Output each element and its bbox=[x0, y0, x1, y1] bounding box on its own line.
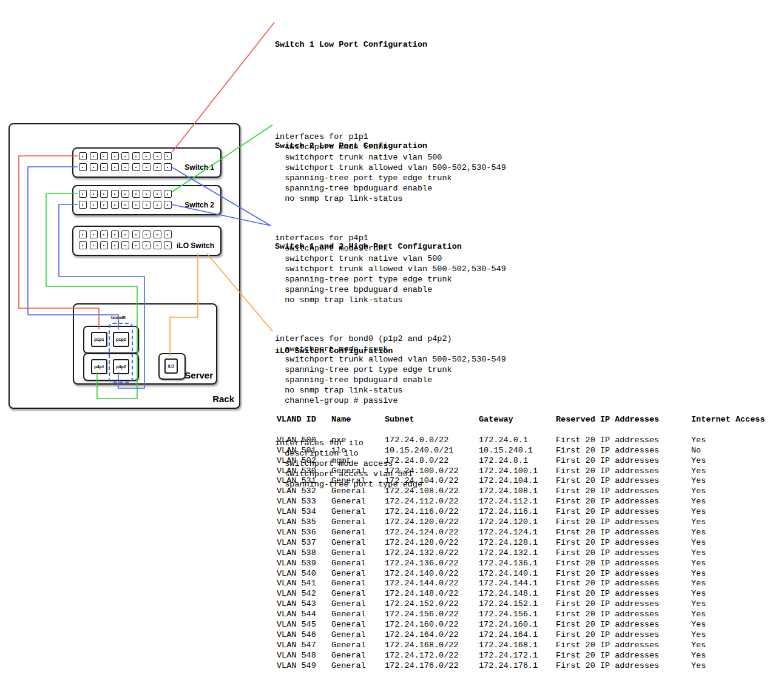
vlan-name: General bbox=[331, 630, 385, 641]
vlan-gateway: 172.24.112.1 bbox=[479, 497, 556, 507]
switch-1-label: Switch 1 bbox=[184, 163, 214, 172]
vlan-row: VLAN 530 General 172.24.100.0/22 172.24.… bbox=[277, 466, 770, 477]
vlan-subnet: 172.24.140.0/22 bbox=[385, 569, 479, 579]
switch-port bbox=[132, 190, 140, 198]
config-title: iLO Switch Configuration bbox=[275, 346, 422, 356]
vlan-id: VLAN 537 bbox=[277, 538, 331, 548]
vlan-gateway: 172.24.164.1 bbox=[479, 630, 556, 641]
vlan-row: VLAN 541 General 172.24.144.0/22 172.24.… bbox=[277, 579, 770, 589]
vlan-reserved-ips: First 20 IP addresses bbox=[556, 548, 691, 559]
switch-port bbox=[100, 190, 108, 198]
vlan-id: VLAN 535 bbox=[277, 517, 331, 528]
vlan-reserved-ips: First 20 IP addresses bbox=[556, 661, 691, 671]
vlan-reserved-ips: First 20 IP addresses bbox=[556, 579, 691, 589]
vlan-gateway: 172.24.168.1 bbox=[479, 641, 556, 651]
vlan-reserved-ips: First 20 IP addresses bbox=[556, 620, 691, 630]
vlan-subnet: 172.24.124.0/22 bbox=[385, 528, 479, 538]
vlan-gateway: 172.24.152.1 bbox=[479, 599, 556, 610]
switch-port bbox=[111, 152, 119, 160]
vlan-gateway: 172.24.116.1 bbox=[479, 507, 556, 517]
vlan-internet-access: Yes bbox=[691, 630, 770, 641]
switch-port bbox=[100, 152, 108, 160]
vlan-internet-access: Yes bbox=[691, 579, 770, 589]
vlan-row: VLAN 543 General 172.24.152.0/22 172.24.… bbox=[277, 599, 770, 610]
switch-port bbox=[79, 190, 87, 198]
switch-port bbox=[79, 241, 87, 249]
vlan-name: General bbox=[331, 497, 385, 507]
vlan-name: General bbox=[331, 559, 385, 569]
vlan-name: General bbox=[331, 610, 385, 620]
switch-port bbox=[111, 231, 119, 238]
vlan-subnet: 172.24.116.0/22 bbox=[385, 507, 479, 517]
vlan-gateway: 172.24.120.1 bbox=[479, 517, 556, 528]
vlan-internet-access: Yes bbox=[691, 497, 770, 507]
vlan-table-header: VLAND ID Name Subnet Gateway Reserved IP… bbox=[277, 415, 770, 425]
vlan-reserved-ips: First 20 IP addresses bbox=[556, 436, 691, 446]
vlan-id: VLAN 541 bbox=[277, 579, 331, 589]
vlan-gateway: 172.24.140.1 bbox=[479, 569, 556, 579]
vlan-row: VLAN 538 General 172.24.132.0/22 172.24.… bbox=[277, 548, 770, 559]
vlan-internet-access: Yes bbox=[691, 620, 770, 630]
vlan-id: VLAN 540 bbox=[277, 569, 331, 579]
vlan-gateway: 172.24.100.1 bbox=[479, 466, 556, 477]
vlan-reserved-ips: First 20 IP addresses bbox=[556, 497, 691, 507]
vlan-row: VLAN 542 General 172.24.148.0/22 172.24.… bbox=[277, 589, 770, 599]
switch-port bbox=[100, 201, 108, 209]
switch-port bbox=[90, 163, 98, 171]
switch-port bbox=[79, 152, 87, 160]
rack-label: Rack bbox=[212, 394, 234, 404]
bond0-label: bond0 bbox=[111, 315, 126, 320]
switch-port bbox=[143, 241, 150, 249]
col-subnet: Subnet bbox=[385, 415, 479, 425]
vlan-row: VLAN 536 General 172.24.124.0/22 172.24.… bbox=[277, 528, 770, 538]
vlan-name: General bbox=[331, 599, 385, 610]
vlan-reserved-ips: First 20 IP addresses bbox=[556, 651, 691, 661]
vlan-gateway: 172.24.172.1 bbox=[479, 651, 556, 661]
vlan-name: General bbox=[331, 528, 385, 538]
switch-port bbox=[143, 152, 150, 160]
switch-1-ports bbox=[79, 152, 172, 171]
vlan-reserved-ips: First 20 IP addresses bbox=[556, 507, 691, 517]
vlan-name: General bbox=[331, 476, 385, 486]
vlan-subnet: 10.15.240.0/21 bbox=[385, 446, 479, 456]
vlan-name: pxe bbox=[331, 436, 385, 446]
vlan-reserved-ips: First 20 IP addresses bbox=[556, 528, 691, 538]
switch-port bbox=[132, 241, 140, 249]
switch-port bbox=[143, 190, 150, 198]
vlan-subnet: 172.24.160.0/22 bbox=[385, 620, 479, 630]
config-title: Switch 2 Low Port Configuration bbox=[275, 141, 506, 151]
vlan-reserved-ips: First 20 IP addresses bbox=[556, 466, 691, 477]
switch-port bbox=[90, 201, 98, 209]
switch-port bbox=[100, 231, 108, 238]
port-p4p1: p4p1 bbox=[91, 359, 107, 374]
vlan-name: General bbox=[331, 641, 385, 651]
vlan-name: General bbox=[331, 569, 385, 579]
vlan-row: VLAN 549 General 172.24.176.0/22 172.24.… bbox=[277, 661, 770, 671]
vlan-reserved-ips: First 20 IP addresses bbox=[556, 456, 691, 466]
vlan-gateway: 172.24.156.1 bbox=[479, 610, 556, 620]
vlan-row: VLAN 547 General 172.24.168.0/22 172.24.… bbox=[277, 641, 770, 651]
switch-port bbox=[154, 231, 161, 238]
switch-port bbox=[100, 241, 108, 249]
vlan-gateway: 172.24.128.1 bbox=[479, 538, 556, 548]
vlan-internet-access: Yes bbox=[691, 476, 770, 486]
vlan-internet-access: Yes bbox=[691, 559, 770, 569]
vlan-internet-access: Yes bbox=[691, 486, 770, 497]
vlan-gateway: 172.24.8.1 bbox=[479, 456, 556, 466]
switch-port bbox=[121, 163, 129, 171]
col-reserved: Reserved IP Addresses bbox=[556, 415, 691, 425]
vlan-name: General bbox=[331, 507, 385, 517]
vlan-id: VLAN 538 bbox=[277, 548, 331, 559]
vlan-row: VLAN 548 General 172.24.172.0/22 172.24.… bbox=[277, 651, 770, 661]
switch-port bbox=[164, 190, 172, 198]
vlan-gateway: 172.24.0.1 bbox=[479, 436, 556, 446]
switch-port bbox=[132, 231, 140, 238]
vlan-table: VLAND ID Name Subnet Gateway Reserved IP… bbox=[277, 415, 770, 671]
vlan-reserved-ips: First 20 IP addresses bbox=[556, 446, 691, 456]
bond0-group-outline bbox=[109, 323, 133, 383]
vlan-id: VLAN 531 bbox=[277, 476, 331, 486]
vlan-subnet: 172.24.152.0/22 bbox=[385, 599, 479, 610]
vlan-subnet: 172.24.136.0/22 bbox=[385, 559, 479, 569]
vlan-row: VLAN 502 mgmt 172.24.8.0/22 172.24.8.1 F… bbox=[277, 456, 770, 466]
vlan-reserved-ips: First 20 IP addresses bbox=[556, 641, 691, 651]
